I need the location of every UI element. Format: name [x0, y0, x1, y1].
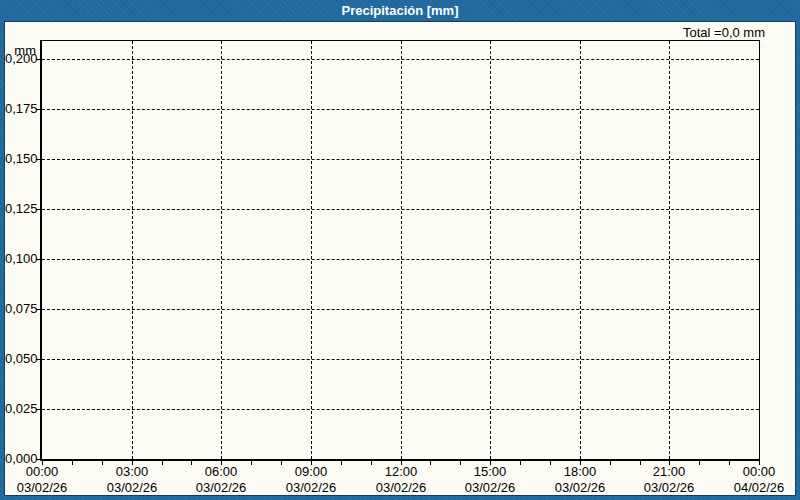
chart-panel: Total =0,0 mm mm 0,2000,1750,1500,1250,1…	[4, 21, 796, 496]
y-tick-label: 0,125	[5, 202, 36, 216]
v-gridline	[669, 41, 670, 459]
x-tick-date: 03/02/26	[355, 481, 447, 495]
x-tick-date: 03/02/26	[534, 481, 626, 495]
x-tick-date: 03/02/26	[265, 481, 357, 495]
x-tick-label: 00:0004/02/26	[713, 465, 800, 495]
v-gridline	[311, 41, 312, 459]
x-tick-date: 03/02/26	[0, 481, 88, 495]
v-gridline	[221, 41, 222, 459]
y-tick-label: 0,200	[5, 52, 36, 66]
window-title: Precipitación [mm]	[341, 3, 458, 18]
x-tick-time: 00:00	[0, 465, 88, 479]
x-tick-date: 03/02/26	[444, 481, 536, 495]
x-tick-time: 15:00	[444, 465, 536, 479]
x-tick-date: 04/02/26	[713, 481, 800, 495]
x-tick-time: 03:00	[86, 465, 178, 479]
x-tick-label: 15:0003/02/26	[444, 465, 536, 495]
v-gridline	[490, 41, 491, 459]
x-tick-time: 12:00	[355, 465, 447, 479]
x-tick-time: 00:00	[713, 465, 800, 479]
x-tick-time: 06:00	[175, 465, 267, 479]
y-tick-label: 0,100	[5, 252, 36, 266]
x-tick-label: 09:0003/02/26	[265, 465, 357, 495]
v-gridline	[401, 41, 402, 459]
x-tick-label: 00:0003/02/26	[0, 465, 88, 495]
x-tick-label: 03:0003/02/26	[86, 465, 178, 495]
chart-window: { "window": { "title": "Precipitación [m…	[0, 0, 800, 500]
total-label: Total =0,0 mm	[683, 25, 765, 40]
x-tick-date: 03/02/26	[86, 481, 178, 495]
window-title-bar: Precipitación [mm]	[0, 0, 800, 21]
x-tick-label: 12:0003/02/26	[355, 465, 447, 495]
v-gridline	[580, 41, 581, 459]
x-tick-time: 18:00	[534, 465, 626, 479]
x-tick-label: 21:0003/02/26	[623, 465, 715, 495]
y-tick-label: 0,175	[5, 102, 36, 116]
x-tick-label: 18:0003/02/26	[534, 465, 626, 495]
x-tick-time: 09:00	[265, 465, 357, 479]
x-tick-time: 21:00	[623, 465, 715, 479]
x-tick-label: 06:0003/02/26	[175, 465, 267, 495]
y-tick-label: 0,025	[5, 402, 36, 416]
x-tick-date: 03/02/26	[175, 481, 267, 495]
v-gridline	[132, 41, 133, 459]
y-tick-label: 0,075	[5, 302, 36, 316]
y-tick-label: 0,150	[5, 152, 36, 166]
y-tick-label: 0,050	[5, 352, 36, 366]
x-tick-date: 03/02/26	[623, 481, 715, 495]
